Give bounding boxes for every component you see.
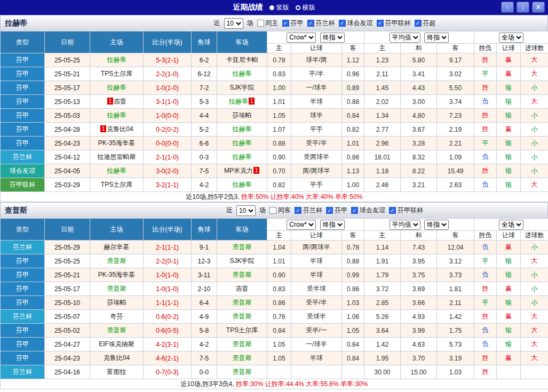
filter-checkbox-label: 芬超 bbox=[423, 19, 436, 28]
filter-checkbox-同客[interactable]: 同客 bbox=[269, 206, 291, 215]
average-select[interactable]: 平均值 bbox=[390, 33, 420, 43]
date-cell: 25-04-27 bbox=[45, 338, 90, 351]
filter-checkbox-芬甲联杯[interactable]: ✓芬甲联杯 bbox=[377, 19, 411, 28]
odds-time-select[interactable]: 终指 bbox=[320, 33, 345, 43]
avg-home-cell: 1.45 bbox=[364, 81, 401, 95]
checkbox-icon[interactable]: ✓ bbox=[351, 207, 358, 214]
odds-away-cell: 1.00 bbox=[342, 178, 364, 192]
team2-results-table: 类型 日期 主场 比分(半场) 角球 客场 Crow* 终指 平均值 终指 全场… bbox=[0, 218, 548, 389]
scroll-down-button[interactable]: ↓ bbox=[517, 2, 529, 13]
date-cell: 25-05-13 bbox=[45, 95, 90, 109]
subcol-odds-line: 让球 bbox=[291, 231, 342, 241]
match-row: 芬兰杯25-04-12拉迪恩雷帕斯2-1(1-0)0-3拉赫蒂0.90受两球半0… bbox=[1, 150, 548, 164]
odds-home-cell: 1.05 bbox=[267, 109, 291, 123]
col-header-corner: 角球 bbox=[192, 219, 217, 241]
score-cell: 1-0(1-0) bbox=[144, 268, 192, 282]
goals-result-cell: 小 bbox=[521, 137, 548, 150]
subcol-result: 胜负 bbox=[474, 231, 497, 241]
handicap-result-cell: 输 bbox=[497, 81, 521, 95]
odds-line-cell: 平手 bbox=[291, 123, 342, 137]
filter-checkbox-芬甲联杯[interactable]: ✓芬甲联杯 bbox=[389, 206, 423, 215]
layout-horizontal-radio[interactable]: 横版 bbox=[296, 3, 315, 12]
average-select[interactable]: 平均值 bbox=[390, 220, 420, 230]
score-cell: 2-1(1-0) bbox=[144, 150, 192, 164]
odds-away-cell: 0.78 bbox=[342, 241, 364, 254]
odds-line-cell: 受球半 bbox=[291, 310, 342, 324]
average-time-select[interactable]: 终指 bbox=[424, 220, 449, 230]
odds-time-select[interactable]: 终指 bbox=[320, 220, 345, 230]
avg-draw-cell: 3.21 bbox=[401, 178, 437, 192]
summary-stats: 胜率:50% 让胜率:40% 大率:40% 单率:50% bbox=[240, 193, 363, 201]
odds-away-cell: 1.05 bbox=[342, 324, 364, 338]
filter-near-label: 近 bbox=[226, 206, 233, 215]
result-cell: 胜 bbox=[474, 365, 497, 379]
filter-checkbox-芬超[interactable]: ✓芬超 bbox=[415, 19, 436, 28]
filter-checkbox-球会友谊[interactable]: ✓球会友谊 bbox=[351, 206, 385, 215]
team-name: 卡亚尼卡帕 bbox=[226, 56, 258, 63]
col-header-date: 日期 bbox=[45, 219, 90, 241]
score-cell: 2-2(1-0) bbox=[144, 67, 192, 81]
checkbox-icon[interactable] bbox=[269, 207, 276, 214]
filter-checkbox-同主[interactable]: 同主 bbox=[257, 19, 279, 28]
checkbox-icon[interactable]: ✓ bbox=[339, 20, 346, 27]
checkbox-icon[interactable]: ✓ bbox=[295, 207, 301, 214]
checkbox-icon[interactable]: ✓ bbox=[326, 207, 333, 214]
date-cell: 25-04-23 bbox=[45, 137, 90, 150]
match-row: 芬甲25-04-27EIF埃克纳斯4-2(3-1)4-2查普斯1.05一/球半0… bbox=[1, 338, 548, 351]
handicap-result-cell: 输 bbox=[497, 296, 521, 310]
team-name: 吉普 bbox=[236, 285, 249, 292]
corner-cell: 3-11 bbox=[192, 268, 217, 282]
avg-home-cell: 2.11 bbox=[364, 67, 401, 81]
team-name: 查普斯 bbox=[233, 243, 252, 251]
checkbox-icon[interactable]: ✓ bbox=[377, 20, 384, 27]
checkbox-icon[interactable]: ✓ bbox=[307, 20, 314, 27]
avg-home-cell: 3.64 bbox=[364, 324, 401, 338]
average-time-select[interactable]: 终指 bbox=[424, 33, 449, 43]
league-cell: 芬甲 bbox=[1, 53, 45, 67]
goals-result-cell: 小 bbox=[521, 164, 548, 178]
bookmaker-select[interactable]: Crow* bbox=[287, 220, 316, 230]
checkbox-icon[interactable]: ✓ bbox=[389, 207, 396, 214]
avg-home-cell: 1.18 bbox=[364, 164, 401, 178]
avg-home-cell: 1.95 bbox=[364, 351, 401, 365]
checkbox-icon[interactable]: ✓ bbox=[415, 20, 422, 27]
bookmaker-select[interactable]: Crow* bbox=[287, 33, 316, 43]
odds-home-cell: 0.76 bbox=[267, 310, 291, 324]
home-team-cell: PK-35海辛基 bbox=[90, 268, 144, 282]
home-team-cell: 1克鲁比04 bbox=[90, 123, 144, 137]
radio-icon[interactable] bbox=[296, 5, 300, 10]
close-button[interactable]: ✕ bbox=[532, 2, 545, 13]
score-cell: 4-6(2-1) bbox=[144, 351, 192, 365]
score-cell: 2-1(1-1) bbox=[144, 241, 192, 254]
filter-checkbox-芬甲[interactable]: ✓芬甲 bbox=[282, 19, 304, 28]
team-name: 拉赫蒂 bbox=[107, 111, 126, 119]
score-cell: 1-1(1-1) bbox=[144, 296, 192, 310]
odds-home-cell: 0.83 bbox=[267, 282, 291, 296]
filter-checkbox-芬甲[interactable]: ✓芬甲 bbox=[326, 206, 347, 215]
scope-select[interactable]: 全场 bbox=[499, 33, 523, 43]
team-name: 拉赫蒂 bbox=[107, 167, 126, 174]
away-team-cell: SJK学院 bbox=[217, 81, 267, 95]
filter-checkbox-label: 球会友谊 bbox=[360, 206, 385, 215]
odds-line-cell: 受半/一 bbox=[291, 324, 342, 338]
league-cell: 芬甲 bbox=[1, 123, 45, 137]
filter-checkbox-芬兰杯[interactable]: ✓芬兰杯 bbox=[307, 19, 335, 28]
arrow-down-icon: ↓ bbox=[521, 3, 525, 11]
away-team-cell: 拉赫蒂 bbox=[217, 178, 267, 192]
filter-checkbox-球会友谊[interactable]: ✓球会友谊 bbox=[339, 19, 373, 28]
checkbox-icon[interactable]: ✓ bbox=[282, 20, 289, 27]
filter-checkbox-芬兰杯[interactable]: ✓芬兰杯 bbox=[295, 206, 322, 215]
result-cell: 胜 bbox=[474, 164, 497, 178]
checkbox-icon[interactable] bbox=[257, 20, 264, 27]
scroll-up-button[interactable]: ↑ bbox=[501, 2, 514, 13]
home-team-cell: 拉迪恩雷帕斯 bbox=[90, 150, 144, 164]
match-count-select[interactable]: 10 bbox=[236, 205, 256, 216]
match-count-select[interactable]: 10 bbox=[224, 18, 243, 29]
team-name: TPS土尔库 bbox=[101, 70, 132, 77]
score-cell: 4-2(3-1) bbox=[144, 338, 192, 351]
scope-select[interactable]: 全场 bbox=[499, 220, 523, 230]
radio-icon[interactable] bbox=[269, 5, 274, 10]
team-name: 莎埃帕 bbox=[107, 299, 126, 306]
date-cell: 25-05-03 bbox=[45, 109, 90, 123]
layout-vertical-radio[interactable]: 竖版 bbox=[269, 3, 289, 12]
